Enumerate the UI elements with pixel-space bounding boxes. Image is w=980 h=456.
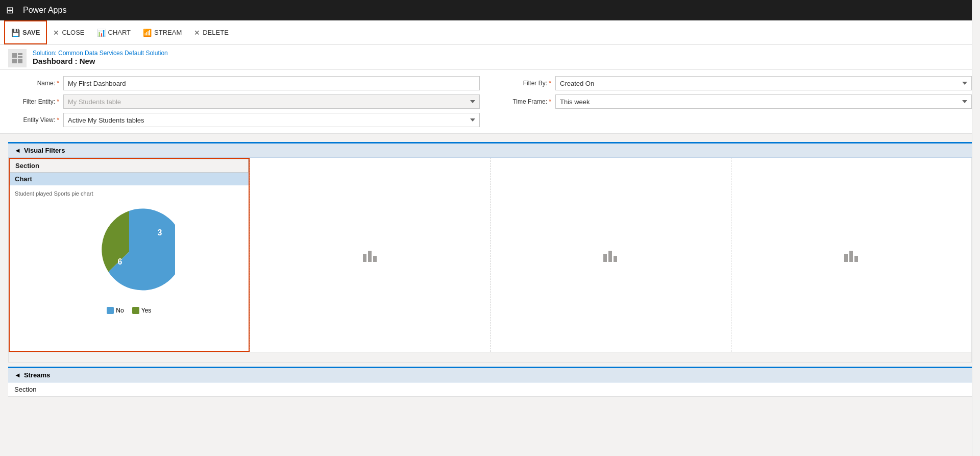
delete-icon: ✕ bbox=[194, 29, 200, 37]
chart-label: CHART bbox=[108, 29, 131, 36]
legend-no-label: No bbox=[116, 307, 124, 314]
svg-rect-9 bbox=[373, 256, 377, 262]
delete-label: DELETE bbox=[203, 29, 229, 36]
streams-collapse-icon[interactable]: ◄ bbox=[14, 371, 21, 379]
delete-button[interactable]: ✕ DELETE bbox=[188, 20, 235, 44]
svg-text:6: 6 bbox=[117, 257, 122, 266]
legend-yes: Yes bbox=[132, 307, 152, 314]
svg-text:3: 3 bbox=[157, 228, 162, 237]
save-button[interactable]: 💾 SAVE bbox=[4, 20, 47, 44]
name-input[interactable] bbox=[63, 76, 480, 90]
svg-rect-11 bbox=[608, 251, 612, 262]
right-scrollbar[interactable] bbox=[972, 0, 980, 456]
svg-rect-0 bbox=[12, 53, 17, 58]
form-area: Name: * Filter Entity: * My Students tab… bbox=[0, 70, 980, 134]
legend-yes-label: Yes bbox=[141, 307, 152, 314]
filter-entity-label: Filter Entity: * bbox=[8, 98, 59, 105]
svg-rect-7 bbox=[363, 254, 366, 262]
save-label: SAVE bbox=[22, 29, 40, 36]
svg-rect-4 bbox=[18, 59, 22, 63]
solution-link[interactable]: Solution: Common Data Services Default S… bbox=[33, 50, 168, 57]
visual-filters-title: Visual Filters bbox=[24, 147, 65, 154]
command-bar: 💾 SAVE ✕ CLOSE 📊 CHART 📶 STREAM ✕ DELETE bbox=[0, 20, 980, 45]
legend-yes-dot bbox=[132, 307, 139, 314]
chart-header: Chart bbox=[10, 173, 249, 185]
svg-rect-14 bbox=[849, 251, 853, 262]
chart-placeholder-icon-2 bbox=[361, 246, 379, 264]
breadcrumb-area: Solution: Common Data Services Default S… bbox=[0, 45, 980, 70]
empty-chart-cell-4 bbox=[731, 158, 972, 352]
svg-rect-10 bbox=[603, 254, 607, 262]
empty-chart-cell-2 bbox=[250, 158, 491, 352]
stream-icon: 📶 bbox=[143, 29, 152, 37]
entity-view-row: Entity View: * Active My Students tables bbox=[8, 113, 480, 127]
chart-legend: No Yes bbox=[107, 307, 151, 314]
name-row: Name: * bbox=[8, 76, 480, 90]
svg-rect-2 bbox=[18, 56, 22, 58]
pie-chart: 3 6 bbox=[83, 206, 175, 298]
entity-view-label: Entity View: * bbox=[8, 116, 59, 124]
filter-by-row: Filter By: * Created On bbox=[500, 76, 972, 90]
filter-entity-row: Filter Entity: * My Students table bbox=[8, 94, 480, 109]
visual-filters-section: ◄ Visual Filters Section Chart Student p… bbox=[8, 142, 972, 363]
svg-rect-3 bbox=[12, 59, 17, 63]
legend-no-dot bbox=[107, 307, 114, 314]
bar-chart-icon-4 bbox=[842, 246, 861, 264]
svg-rect-15 bbox=[854, 256, 858, 262]
bar-chart-icon-3 bbox=[601, 246, 620, 264]
svg-rect-1 bbox=[18, 53, 22, 55]
svg-rect-12 bbox=[614, 256, 617, 262]
close-button[interactable]: ✕ CLOSE bbox=[47, 20, 90, 44]
filter-by-label: Filter By: * bbox=[500, 80, 551, 87]
page-wrapper: ⊞ Power Apps 💾 SAVE ✕ CLOSE 📊 CHART 📶 ST… bbox=[0, 0, 980, 456]
close-label: CLOSE bbox=[62, 29, 84, 36]
time-frame-label: Time Frame: * bbox=[500, 98, 551, 105]
vf-collapse-icon[interactable]: ◄ bbox=[14, 147, 21, 154]
bar-chart-icon-2 bbox=[361, 246, 379, 264]
filter-entity-select[interactable]: My Students table bbox=[63, 94, 480, 109]
svg-rect-8 bbox=[368, 251, 372, 262]
page-title: Dashboard : New bbox=[33, 57, 168, 65]
entity-view-select[interactable]: Active My Students tables bbox=[63, 113, 480, 127]
chart-container: 3 6 No bbox=[15, 201, 243, 359]
dashboard-icon bbox=[11, 52, 23, 64]
chart-placeholder-icon-4 bbox=[842, 246, 861, 264]
empty-chart-cell-3 bbox=[490, 158, 731, 352]
chart-body: Student played Sports pie chart bbox=[10, 185, 249, 365]
filter-by-select[interactable]: Created On bbox=[555, 76, 972, 90]
svg-rect-13 bbox=[844, 254, 848, 262]
chart-icon: 📊 bbox=[97, 29, 106, 37]
content-area: ◄ Visual Filters Section Chart Student p… bbox=[0, 134, 980, 405]
chart-button[interactable]: 📊 CHART bbox=[91, 20, 137, 44]
streams-title: Streams bbox=[24, 371, 50, 379]
app-title: Power Apps bbox=[23, 6, 66, 15]
stream-button[interactable]: 📶 STREAM bbox=[137, 20, 188, 44]
chart-cell-inner: Chart Student played Sports pie chart bbox=[10, 173, 249, 365]
streams-section-row: Section bbox=[8, 382, 972, 397]
pie-chart-svg: 3 6 bbox=[83, 206, 175, 298]
breadcrumb-icon bbox=[8, 49, 27, 67]
name-label: Name: * bbox=[8, 80, 59, 87]
time-frame-row: Time Frame: * This week bbox=[500, 94, 972, 109]
time-frame-select[interactable]: This week bbox=[555, 94, 972, 109]
visual-filters-header: ◄ Visual Filters bbox=[8, 143, 972, 158]
close-icon: ✕ bbox=[53, 29, 59, 37]
top-nav-bar: ⊞ Power Apps bbox=[0, 0, 980, 20]
section-label: Section bbox=[10, 159, 249, 173]
chart-section-cell: Section Chart Student played Sports pie … bbox=[9, 158, 250, 352]
waffle-icon[interactable]: ⊞ bbox=[6, 5, 14, 16]
breadcrumb-text: Solution: Common Data Services Default S… bbox=[33, 49, 168, 65]
chart-placeholder-icon-3 bbox=[601, 246, 620, 264]
save-icon: 💾 bbox=[11, 29, 20, 37]
legend-no: No bbox=[107, 307, 124, 314]
streams-section: ◄ Streams Section bbox=[8, 367, 972, 397]
stream-label: STREAM bbox=[154, 29, 182, 36]
streams-header: ◄ Streams bbox=[8, 368, 972, 382]
chart-title-text: Student played Sports pie chart bbox=[15, 190, 243, 197]
